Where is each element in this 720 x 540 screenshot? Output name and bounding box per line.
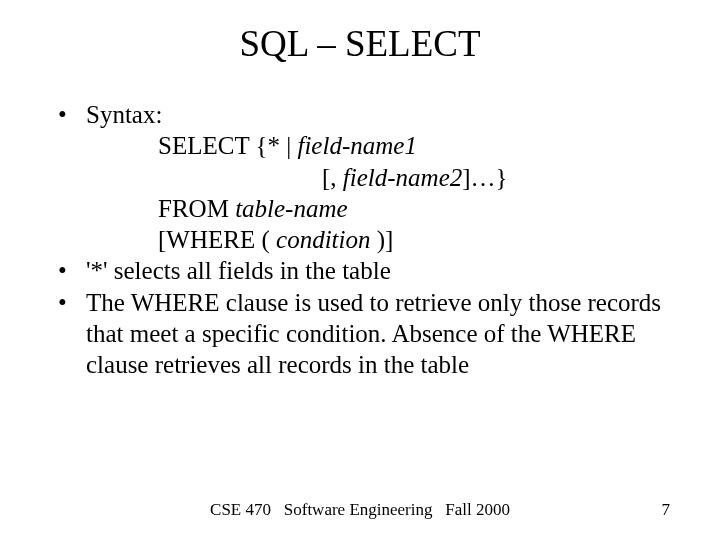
footer-course: CSE 470 bbox=[210, 500, 271, 519]
slide-body: Syntax: SELECT {* | field-name1 [, field… bbox=[0, 75, 720, 380]
table-name: table-name bbox=[235, 195, 347, 222]
bullet-where-text: The WHERE clause is used to retrieve onl… bbox=[86, 289, 661, 379]
where-pre: [WHERE ( bbox=[158, 226, 276, 253]
bullet-where: The WHERE clause is used to retrieve onl… bbox=[50, 287, 670, 381]
footer-term: Fall 2000 bbox=[445, 500, 510, 519]
bullet-syntax-label: Syntax: bbox=[86, 101, 162, 128]
footer: CSE 470 Software Engineering Fall 2000 bbox=[0, 500, 720, 520]
bullet-star-text: '*' selects all fields in the table bbox=[86, 257, 391, 284]
bullet-star: '*' selects all fields in the table bbox=[50, 255, 670, 286]
select-text: SELECT {* | bbox=[158, 132, 297, 159]
from-text: FROM bbox=[158, 195, 235, 222]
fieldname2-post: ]…} bbox=[462, 164, 507, 191]
syntax-line-select: SELECT {* | field-name1 bbox=[86, 130, 670, 161]
field-name2: field-name2 bbox=[343, 164, 462, 191]
syntax-line-where: [WHERE ( condition )] bbox=[86, 224, 670, 255]
slide: SQL – SELECT Syntax: SELECT {* | field-n… bbox=[0, 0, 720, 540]
syntax-line-from: FROM table-name bbox=[86, 193, 670, 224]
footer-name: Software Engineering bbox=[284, 500, 433, 519]
condition: condition bbox=[276, 226, 370, 253]
field-name1: field-name1 bbox=[297, 132, 416, 159]
syntax-line-fieldname2: [, field-name2]…} bbox=[86, 162, 670, 193]
page-number: 7 bbox=[662, 500, 671, 520]
where-post: )] bbox=[370, 226, 393, 253]
bullet-syntax: Syntax: SELECT {* | field-name1 [, field… bbox=[50, 99, 670, 255]
fieldname2-pre: [, bbox=[322, 164, 343, 191]
bullet-list: Syntax: SELECT {* | field-name1 [, field… bbox=[50, 99, 670, 380]
slide-title: SQL – SELECT bbox=[0, 0, 720, 75]
